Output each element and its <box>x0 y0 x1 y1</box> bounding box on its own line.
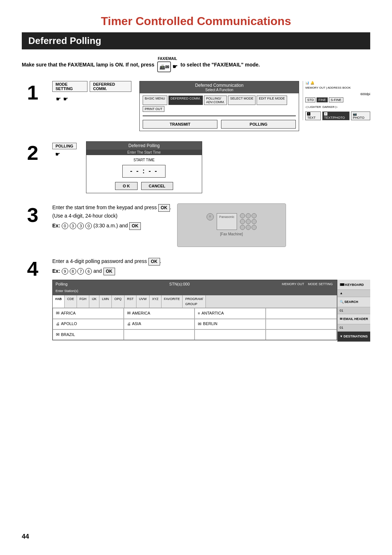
step3-text1: Enter the start time from the keypad and… <box>52 204 157 210</box>
station-asia[interactable]: 🖨 ASIA <box>124 319 195 329</box>
berlin-mail-icon: ✉ <box>198 321 201 328</box>
tab-uvw[interactable]: UVW <box>136 295 150 308</box>
step-1-content: MODE SETTING DEFERRED COMM. ☛ ☛ Deferred… <box>52 81 370 131</box>
step3-ok-box: OK <box>158 204 170 212</box>
stations-header-left: Polling Enter Station(s) <box>56 281 78 294</box>
destinations-button[interactable]: ▼ DESTINATIONS <box>338 332 370 342</box>
station-brazil[interactable]: ✉ BRAZIL <box>53 329 124 340</box>
step3-text2: (Use a 4-digit, 24-hour clock) <box>52 212 171 220</box>
email-header-button[interactable]: ✉ EMAIL HEADER <box>338 314 370 324</box>
tab-cde[interactable]: CDE <box>65 295 77 308</box>
station-empty-2 <box>266 319 337 329</box>
step-3-content: Enter the start time from the keypad and… <box>52 203 370 247</box>
step4-num-6: 6 <box>85 268 92 275</box>
scroll-up-icon: ▲ <box>340 291 343 296</box>
scroll-up-button[interactable]: ▲ <box>338 290 370 297</box>
step-4-row: 4 Enter a 4-digit polling password and p… <box>22 257 370 342</box>
tab-lmn[interactable]: LMN <box>99 295 112 308</box>
section-header: Deferred Polling <box>22 32 370 49</box>
polling-btn-row: O K CANCEL <box>90 182 198 190</box>
brazil-mail-icon: ✉ <box>56 331 60 338</box>
intro-line: Make sure that the FAX/EMAIL lamp is ON.… <box>22 57 370 72</box>
step3-ex-text: (3:30 a.m.) and <box>93 223 129 228</box>
step4-num-7: 7 <box>77 268 84 275</box>
step4-num-8: 8 <box>70 268 76 275</box>
ok-button[interactable]: O K <box>115 182 138 190</box>
tab-opq[interactable]: OPQ <box>112 295 124 308</box>
stations-header-right: STN(s):000 <box>169 281 189 294</box>
tab-fgh[interactable]: FGH <box>77 295 89 308</box>
apollo-label: APOLLO <box>61 321 77 327</box>
station-apollo[interactable]: 🖨 APOLLO <box>53 319 124 329</box>
fax-machine-image: T Panasonic <box>177 203 286 247</box>
panel-action-row: TRANSMIT POLLING <box>143 120 296 129</box>
step-3-number: 3 <box>22 205 44 225</box>
menu-print: PRINT OUT <box>143 106 164 112</box>
cancel-button[interactable]: CANCEL <box>141 182 173 190</box>
station-empty-3 <box>124 329 195 340</box>
step4-ex-label: Ex: <box>52 268 60 274</box>
search-icon: 🔍 <box>340 299 344 304</box>
menu-select: SELECT MODE <box>228 96 256 105</box>
destinations-icon: ▼ <box>340 334 343 339</box>
step-2-row: 2 POLLING ☛ Deferred Polling Enter The S… <box>22 141 370 193</box>
stations-area: Polling Enter Station(s) STN(s):000 MEMO… <box>52 280 370 341</box>
stations-tabs: #AB CDE FGH IJK LMN OPQ RST UVW XYZ FAVO… <box>53 295 337 308</box>
time-display: - - : - - <box>122 165 166 178</box>
panel-header: Deferred Communication Select A Function <box>140 81 299 93</box>
asia-fax-icon: 🖨 <box>127 321 131 327</box>
polling-button-panel[interactable]: POLLING <box>221 120 296 129</box>
menu-deferred: DEFERRED COMM. <box>168 96 203 105</box>
step-2-content: POLLING ☛ Deferred Polling Enter The Sta… <box>52 141 370 193</box>
step3-num-3a: 3 <box>70 223 76 229</box>
tab-ijk[interactable]: IJK <box>89 295 99 308</box>
station-berlin[interactable]: ✉ BERLIN <box>195 319 266 329</box>
transmit-button[interactable]: TRANSMIT <box>143 120 217 129</box>
brazil-label: BRAZIL <box>61 332 75 338</box>
polling-kbd-button[interactable]: POLLING <box>52 143 77 149</box>
africa-mail-icon: ✉ <box>56 310 60 317</box>
tab-xyz[interactable]: XYZ <box>150 295 162 308</box>
station-antartica[interactable]: ≡ ANTARTICA <box>195 308 266 319</box>
antartica-fax-icon: ≡ <box>198 311 200 316</box>
step3-ok-box2: OK <box>129 222 141 230</box>
station-africa[interactable]: ✉ AFRICA <box>53 308 124 319</box>
station-america[interactable]: ✉ AMERICA <box>124 308 195 319</box>
text-photo-indicator: 🅰 TEXT/PHOTO <box>322 112 350 120</box>
std-indicator: STD <box>305 97 315 102</box>
tab-rst[interactable]: RST <box>124 295 136 308</box>
deferred-comm-button[interactable]: DEFERRED COMM. <box>90 81 131 92</box>
finger-pointer-icon: ☛ <box>172 64 177 70</box>
fax-email-button-icon: 📠✉ <box>157 61 171 72</box>
step3-num-3b: 3 <box>77 223 84 229</box>
tab-program[interactable]: PROGRAM/GROUP <box>183 295 206 308</box>
station-empty-4 <box>195 329 266 340</box>
tab-favorite[interactable]: FAVORITE <box>162 295 183 308</box>
step-4-number: 4 <box>22 259 44 279</box>
intro-text-before: Make sure that the FAX/EMAIL lamp is ON.… <box>22 62 154 68</box>
page-title: Timer Controlled Communications <box>22 15 370 28</box>
polling-panel-subheader: Enter The Start Time <box>86 150 202 155</box>
step4-text1: Enter a 4-digit polling password and pre… <box>52 258 147 264</box>
scroll-num: 01 <box>338 307 370 314</box>
menu-polling-adv: POLLING/ADV.COMM. <box>204 96 227 105</box>
step4-ok-box2: OK <box>103 268 115 275</box>
intro-text-after: to select the "FAX/EMAIL" mode. <box>180 62 260 68</box>
step3-num-0b: 0 <box>85 223 92 229</box>
menu-edit: EDIT FILE MODE <box>257 96 287 105</box>
step-2-number: 2 <box>22 143 44 163</box>
tab-ab[interactable]: #AB <box>53 295 65 308</box>
keyboard-button[interactable]: ⌨ KEYBOARD <box>338 280 370 290</box>
mode-setting-button[interactable]: MODE SETTING <box>52 81 87 92</box>
stations-right-bar: ⌨ KEYBOARD ▲ 🔍 SEARCH 01 ✉ EMAIL HEADER <box>337 280 370 341</box>
fax-email-label: FAX/EMAIL <box>157 57 177 61</box>
step4-num-9: 9 <box>62 268 68 275</box>
step4-ok-box: OK <box>148 258 160 266</box>
deferred-comm-panel: Deferred Communication Select A Function… <box>139 81 299 131</box>
step-1-row: 1 MODE SETTING DEFERRED COMM. ☛ ☛ Deferr… <box>22 81 370 131</box>
photo-indicator: 📷 PHOTO <box>351 112 370 120</box>
apollo-fax-icon: 🖨 <box>56 321 60 327</box>
step-3-row: 3 Enter the start time from the keypad a… <box>22 203 370 247</box>
step-4-content: Enter a 4-digit polling password and pre… <box>52 257 370 342</box>
search-button[interactable]: 🔍 SEARCH <box>338 297 370 307</box>
